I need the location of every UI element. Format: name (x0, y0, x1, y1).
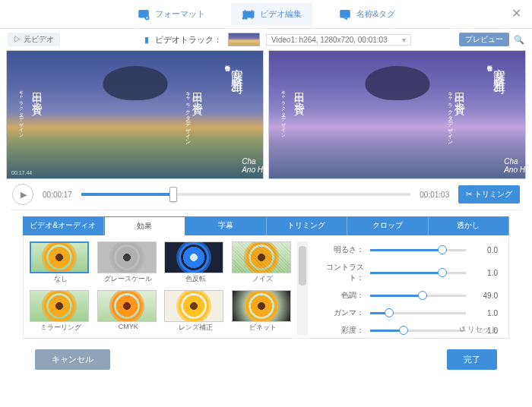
tab-video-edit-label: ビデオ編集 (260, 8, 302, 20)
svg-point-4 (245, 17, 247, 19)
effect-grayscale[interactable]: グレースケール (97, 241, 160, 287)
adjustment-sliders: 明るさ：0.0 コントラスト：1.0 色調：49.0 ガンマ：1.0 彩度：1.… (308, 241, 502, 335)
effects-scrollbar[interactable] (297, 241, 308, 335)
time-total: 00:01:03 (420, 191, 449, 199)
tab-subtitle[interactable]: 字幕 (185, 216, 267, 235)
track-thumbnail (228, 33, 260, 46)
preview-original: 作画監督 安藤 雅司 キャラクターデザイン 田中 将賀 田中 将賀 キャラクター… (6, 50, 264, 179)
effect-noise[interactable]: ノイズ (232, 241, 295, 287)
tab-effects[interactable]: 効果 (104, 216, 186, 235)
ok-button[interactable]: 完了 (447, 349, 497, 370)
svg-rect-5 (340, 10, 350, 18)
tab-video-edit[interactable]: ビデオ編集 (231, 3, 312, 26)
track-label: ビデオトラック： (155, 34, 222, 46)
tab-crop[interactable]: クロップ (347, 216, 429, 235)
seek-slider[interactable] (81, 193, 410, 196)
trim-button[interactable]: ✂ トリミング (458, 185, 520, 204)
effect-none[interactable]: なし (30, 241, 93, 287)
original-video-badge: 元ビデオ (8, 33, 60, 46)
effect-tabs: ビデオ&オーディオ 効果 字幕 トリミング クロップ 透かし (23, 216, 509, 235)
effect-vignette[interactable]: ビネット (232, 290, 295, 336)
tab-format[interactable]: フォーマット (126, 3, 216, 26)
tab-trimming[interactable]: トリミング (267, 216, 348, 235)
cancel-button[interactable]: キャンセル (35, 349, 110, 370)
playback-bar: ▶ 00:00:17 00:01:03 ✂ トリミング (0, 179, 532, 210)
time-current: 00:00:17 (43, 191, 72, 199)
preview-area: 作画監督 安藤 雅司 キャラクターデザイン 田中 将賀 田中 将賀 キャラクター… (0, 50, 532, 179)
track-select[interactable]: Video1: h264, 1280x720, 00:01:03 (266, 34, 411, 46)
tag-icon (338, 8, 352, 21)
track-row: 元ビデオ ▮ ビデオトラック： Video1: h264, 1280x720, … (0, 29, 532, 50)
format-icon (137, 8, 150, 21)
play-button[interactable]: ▶ (12, 184, 33, 205)
preview-edited: 作画監督 安藤 雅司 キャラクターデザイン 田中 将賀 田中 将賀 キャラクター… (268, 50, 526, 179)
zoom-icon[interactable]: 🔍 (514, 35, 524, 45)
effect-mirror[interactable]: ミラーリング (30, 290, 93, 336)
top-tabs: フォーマット ビデオ編集 名称&タグ ✕ (0, 0, 532, 29)
effect-lens[interactable]: レンズ補正 (164, 290, 227, 336)
effect-cmyk[interactable]: CMYK (97, 290, 160, 336)
footer: キャンセル 完了 (0, 339, 532, 370)
tab-video-audio[interactable]: ビデオ&オーディオ (23, 216, 104, 235)
slider-hue: 色調：49.0 (318, 290, 498, 301)
tab-name-tag[interactable]: 名称&タグ (328, 3, 406, 26)
effects-panel: なし グレースケール 色反転 ノイズ ミラーリング CMYK レンズ補正 ビネッ… (23, 235, 509, 339)
video-edit-icon (242, 8, 255, 21)
effect-invert[interactable]: 色反転 (164, 241, 227, 287)
close-icon[interactable]: ✕ (511, 6, 521, 21)
tab-format-label: フォーマット (155, 8, 205, 20)
slider-brightness: 明るさ：0.0 (318, 245, 498, 255)
svg-point-3 (242, 17, 245, 19)
tab-name-tag-label: 名称&タグ (356, 8, 395, 20)
reset-button[interactable]: ↺ リセット (459, 324, 498, 335)
slider-gamma: ガンマ：1.0 (318, 308, 498, 318)
slider-contrast: コントラスト：1.0 (318, 262, 498, 283)
tab-watermark[interactable]: 透かし (429, 216, 510, 235)
effects-grid: なし グレースケール 色反転 ノイズ ミラーリング CMYK レンズ補正 ビネッ… (30, 241, 294, 335)
preview-badge: プレビュー (459, 33, 509, 46)
